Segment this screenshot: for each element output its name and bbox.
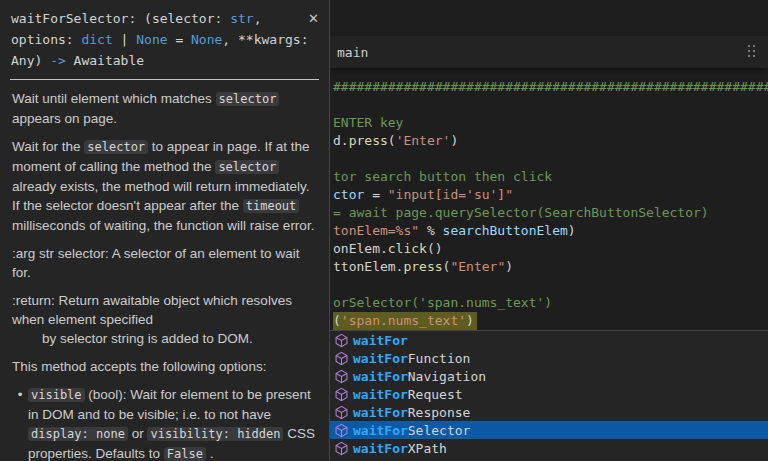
code-line[interactable] <box>330 96 768 114</box>
suggestion-rest-text: Navigation <box>408 369 486 384</box>
code-line[interactable]: ctor = "input[id='su']" <box>330 186 768 204</box>
code-editor: main ###################################… <box>330 0 768 461</box>
code-token: Awaitable <box>66 53 144 68</box>
inline-code: visible <box>28 388 85 402</box>
code-token: options: <box>11 32 81 47</box>
code-token: "input[id='su']" <box>388 187 513 202</box>
suggestion-item[interactable]: waitFor <box>330 331 768 349</box>
code-token: ) <box>466 313 474 328</box>
doc-text: Wait for the <box>12 139 84 154</box>
code-token: Any) <box>11 53 50 68</box>
inline-code: selector <box>216 92 280 106</box>
dot <box>748 55 750 57</box>
suggestion-item[interactable]: waitForSelector <box>330 421 768 439</box>
dot <box>748 50 750 52</box>
code-token: = <box>168 32 191 47</box>
code-token: dict <box>81 32 112 47</box>
code-token: ) <box>450 133 458 148</box>
code-token: None <box>191 32 222 47</box>
close-icon[interactable]: ✕ <box>308 12 319 25</box>
code-line[interactable] <box>330 276 768 294</box>
code-token: ttonElem. <box>333 259 403 274</box>
inline-code: timeout <box>243 199 300 213</box>
doc-paragraph: This method accepts the following option… <box>12 357 317 376</box>
suggestion-matched-text: waitFor <box>353 423 408 438</box>
code-line[interactable]: = await page.querySelector(SearchButtonS… <box>330 204 768 222</box>
code-line[interactable]: tor search button then click <box>330 168 768 186</box>
suggestion-item[interactable]: waitForResponse <box>330 403 768 421</box>
sticky-scroll-row[interactable]: main <box>330 36 768 68</box>
hover-documentation-panel: ✕ waitForSelector: (selector: str,option… <box>0 0 330 461</box>
doc-text: :arg str selector: A selector of an elem… <box>12 246 299 280</box>
code-line[interactable]: onElem.click() <box>330 240 768 258</box>
suggestion-matched-text: waitFor <box>353 351 408 366</box>
code-line[interactable]: ('span.nums_text') <box>330 312 768 330</box>
code-area: ########################################… <box>330 78 768 330</box>
doc-text: milliseconds of waiting, the function wi… <box>12 218 314 233</box>
code-token: ctor <box>333 187 364 202</box>
code-token: str <box>230 11 253 26</box>
suggestion-item[interactable]: waitForNavigation <box>330 367 768 385</box>
code-line[interactable]: ENTER key <box>330 114 768 132</box>
inline-code: display: none <box>28 427 128 441</box>
code-token: d. <box>333 133 349 148</box>
doc-text: by selector string is added to DOM. <box>12 329 317 348</box>
code-line[interactable]: d.press('Enter') <box>330 132 768 150</box>
suggestion-rest-text: XPath <box>408 441 447 456</box>
code-token: = await page.querySelector(SearchButtonS… <box>333 205 709 220</box>
symbol-cube-icon <box>334 423 349 438</box>
inline-code: visibility: hidden <box>147 427 283 441</box>
doc-text: This method accepts the following option… <box>12 359 266 374</box>
function-signature: waitForSelector: (selector: str,options:… <box>0 0 329 77</box>
code-token: () <box>427 241 443 256</box>
code-token: | <box>113 32 136 47</box>
doc-paragraph: :arg str selector: A selector of an elem… <box>12 244 317 282</box>
drag-handle-icon[interactable] <box>748 45 758 60</box>
code-token: , <box>254 11 262 26</box>
dot <box>753 50 755 52</box>
sticky-scope-label: main <box>337 45 368 60</box>
inline-code: selector <box>84 140 148 154</box>
suggestion-rest-text: Selector <box>408 423 471 438</box>
code-token: , **kwargs: <box>222 32 308 47</box>
code-token: orSelector('span.nums_text') <box>333 295 552 310</box>
doc-text: :return: Return awaitable object which r… <box>12 293 292 327</box>
highlighted-text-band: ('span.nums_text') <box>333 312 477 330</box>
dot <box>753 45 755 47</box>
code-token: -> <box>50 53 66 68</box>
inline-code: False <box>164 447 206 461</box>
code-token: onElem. <box>333 241 388 256</box>
suggestion-item[interactable]: waitForRequest <box>330 385 768 403</box>
suggestion-rest-text: Response <box>408 405 471 420</box>
signature-line: waitForSelector: (selector: str, <box>11 8 301 29</box>
documentation-body: Wait until element which matches selecto… <box>0 80 329 461</box>
signature-line: Any) -> Awaitable <box>11 50 301 71</box>
suggestion-item[interactable]: waitForXPath <box>330 439 768 457</box>
code-token: ) <box>568 223 576 238</box>
code-line[interactable]: ttonElem.press("Enter") <box>330 258 768 276</box>
code-line[interactable]: tonElem=%s" % searchButtonElem) <box>330 222 768 240</box>
code-line[interactable]: ########################################… <box>330 78 768 96</box>
code-token: 'span.nums_text' <box>341 313 466 328</box>
bullet-icon: • <box>12 385 28 461</box>
suggestion-matched-text: waitFor <box>353 369 408 384</box>
suggestion-item[interactable]: waitForFunction <box>330 349 768 367</box>
symbol-cube-icon <box>334 369 349 384</box>
code-line[interactable] <box>330 150 768 168</box>
code-token: searchButtonElem <box>443 223 568 238</box>
code-token: waitForSelector: (selector: <box>11 11 230 26</box>
doc-paragraph: Wait until element which matches selecto… <box>12 89 317 128</box>
code-token: % <box>419 223 442 238</box>
symbol-cube-icon <box>334 387 349 402</box>
code-token: 'Enter' <box>396 133 451 148</box>
code-token: press <box>403 259 442 274</box>
code-token: press <box>349 133 388 148</box>
doc-text: appears on page. <box>12 111 117 126</box>
inline-code: selector <box>215 160 279 174</box>
suggestion-rest-text: Function <box>408 351 471 366</box>
doc-paragraph: :return: Return awaitable object which r… <box>12 291 317 348</box>
code-line[interactable]: orSelector('span.nums_text') <box>330 294 768 312</box>
symbol-cube-icon <box>334 351 349 366</box>
dot <box>748 45 750 47</box>
code-token: "Enter" <box>450 259 505 274</box>
